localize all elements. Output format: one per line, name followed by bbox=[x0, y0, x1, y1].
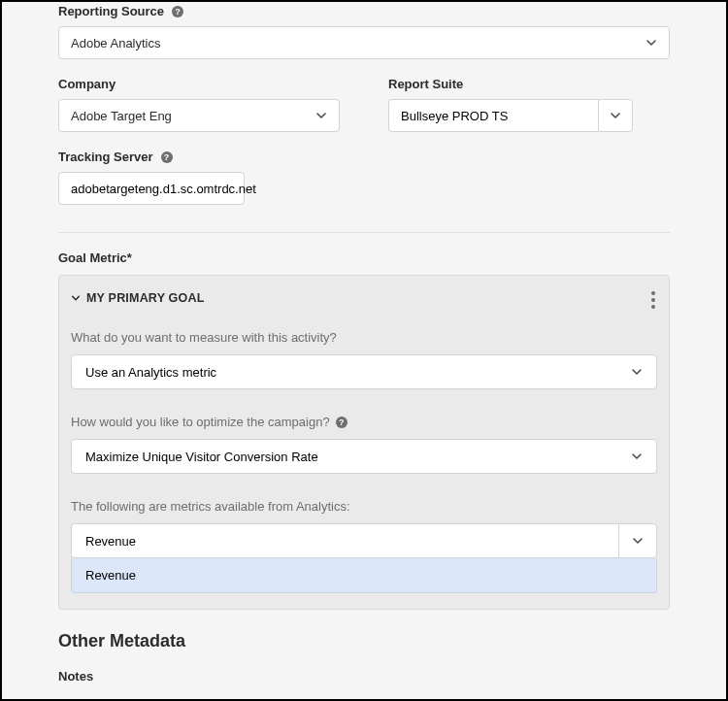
chevron-down-icon bbox=[315, 110, 327, 121]
goal-metric-label: Goal Metric* bbox=[58, 250, 670, 265]
chevron-down-icon bbox=[618, 523, 657, 558]
company-label: Company bbox=[58, 77, 340, 91]
primary-goal-header[interactable]: MY PRIMARY GOAL bbox=[71, 291, 657, 305]
other-metadata-heading: Other Metadata bbox=[58, 631, 670, 651]
chevron-down-icon bbox=[631, 366, 643, 378]
optimize-question: How would you like to optimize the campa… bbox=[71, 415, 657, 429]
optimize-select[interactable]: Maximize Unique Visitor Conversion Rate bbox=[71, 439, 657, 474]
measure-select[interactable]: Use an Analytics metric bbox=[71, 354, 657, 389]
chevron-down-icon bbox=[645, 37, 657, 49]
help-icon[interactable]: ? bbox=[161, 151, 173, 163]
tracking-server-label: Tracking Server ? bbox=[58, 150, 670, 164]
report-suite-select[interactable]: Bullseye PROD TS bbox=[388, 99, 633, 132]
optimize-value: Maximize Unique Visitor Conversion Rate bbox=[85, 450, 318, 464]
company-value: Adobe Target Eng bbox=[71, 109, 172, 123]
reporting-source-select[interactable]: Adobe Analytics bbox=[58, 26, 670, 59]
company-label-text: Company bbox=[58, 77, 116, 91]
measure-question-text: What do you want to measure with this ac… bbox=[71, 330, 337, 345]
tracking-server-value: adobetargeteng.d1.sc.omtrdc.net bbox=[71, 182, 256, 196]
notes-label: Notes bbox=[58, 669, 670, 684]
measure-question: What do you want to measure with this ac… bbox=[71, 330, 657, 345]
report-suite-label-text: Report Suite bbox=[388, 77, 463, 91]
analytics-metric-value: Revenue bbox=[85, 534, 136, 549]
goal-metric-panel: MY PRIMARY GOAL What do you want to meas… bbox=[58, 275, 670, 610]
measure-value: Use an Analytics metric bbox=[85, 365, 216, 380]
divider bbox=[58, 232, 670, 233]
more-options-button[interactable] bbox=[647, 287, 659, 313]
notes-label-text: Notes bbox=[58, 669, 93, 684]
help-icon[interactable]: ? bbox=[336, 417, 347, 428]
analytics-metric-select[interactable]: Revenue bbox=[71, 523, 657, 558]
report-suite-value: Bullseye PROD TS bbox=[401, 109, 508, 123]
reporting-source-label: Reporting Source ? bbox=[58, 4, 670, 18]
chevron-down-icon bbox=[631, 451, 643, 462]
tracking-server-input[interactable]: adobetargeteng.d1.sc.omtrdc.net bbox=[58, 172, 245, 205]
report-suite-label: Report Suite bbox=[388, 77, 670, 91]
analytics-metric-option[interactable]: Revenue bbox=[71, 558, 657, 593]
primary-goal-title: MY PRIMARY GOAL bbox=[86, 291, 205, 305]
chevron-down-icon bbox=[598, 99, 633, 132]
available-metrics-label: The following are metrics available from… bbox=[71, 499, 657, 514]
available-metrics-text: The following are metrics available from… bbox=[71, 499, 350, 514]
help-icon[interactable]: ? bbox=[172, 6, 183, 17]
reporting-source-value: Adobe Analytics bbox=[71, 36, 161, 50]
reporting-source-label-text: Reporting Source bbox=[58, 4, 164, 18]
analytics-metric-option-label: Revenue bbox=[85, 568, 136, 583]
company-select[interactable]: Adobe Target Eng bbox=[58, 99, 340, 132]
tracking-server-label-text: Tracking Server bbox=[58, 150, 153, 164]
chevron-down-icon bbox=[71, 293, 81, 303]
optimize-question-text: How would you like to optimize the campa… bbox=[71, 415, 330, 429]
goal-metric-label-text: Goal Metric* bbox=[58, 250, 132, 265]
